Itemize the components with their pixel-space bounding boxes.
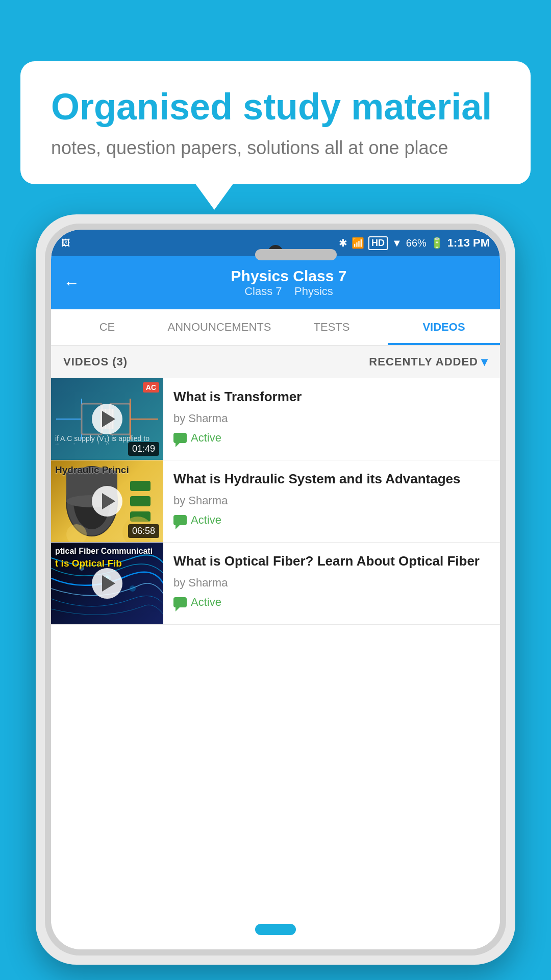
video-thumbnail-2: Hydraulic Princi 06:58 (51, 460, 163, 542)
video-title-2: What is Hydraulic System and its Advanta… (173, 470, 490, 488)
video-item-2[interactable]: Hydraulic Princi 06:58 What is Hydraulic… (51, 460, 500, 543)
svg-rect-17 (130, 496, 151, 506)
tab-announcements[interactable]: ANNOUNCEMENTS (163, 309, 276, 345)
play-triangle-3 (102, 575, 115, 592)
phone-inner: 🖼 ✱ 📶 HD ▼ 66% 🔋 1:13 PM (45, 224, 506, 955)
header-title: Physics Class 7 (90, 267, 488, 285)
home-button[interactable] (255, 924, 296, 935)
video-duration-2: 06:58 (128, 524, 159, 538)
signal-icon: 📶 (352, 237, 364, 249)
speech-bubble: Organised study material notes, question… (20, 61, 531, 184)
status-text-3: Active (191, 596, 221, 609)
hd-badge: HD (368, 236, 388, 250)
play-triangle-1 (102, 411, 115, 427)
status-left: 🖼 (61, 238, 72, 249)
header-subtitle: Class 7 Physics (90, 285, 488, 298)
video-duration-1: 01:49 (128, 442, 159, 456)
play-button-1[interactable] (92, 404, 122, 434)
status-right: ✱ 📶 HD ▼ 66% 🔋 1:13 PM (339, 236, 490, 250)
bluetooth-icon: ✱ (339, 237, 347, 249)
phone-screen: 🖼 ✱ 📶 HD ▼ 66% 🔋 1:13 PM (51, 230, 500, 949)
video-status-2: Active (173, 513, 490, 527)
video-title-3: What is Optical Fiber? Learn About Optic… (173, 552, 490, 570)
chat-icon-2 (173, 515, 187, 525)
status-text-2: Active (191, 513, 221, 527)
sort-dropdown[interactable]: RECENTLY ADDED ▾ (369, 355, 488, 369)
battery-percent: 66% (406, 237, 427, 249)
play-triangle-2 (102, 493, 115, 509)
chat-icon-1 (173, 433, 187, 443)
subject-label: Physics (294, 285, 333, 298)
wifi-icon: ▼ (392, 237, 402, 249)
video-author-1: by Sharma (173, 412, 490, 425)
phone-wrapper: 🖼 ✱ 📶 HD ▼ 66% 🔋 1:13 PM (36, 214, 515, 965)
header-text: Physics Class 7 Class 7 Physics (90, 267, 488, 298)
tab-ce[interactable]: CE (51, 309, 163, 345)
svg-point-23 (130, 585, 136, 592)
tabs-bar: CE ANNOUNCEMENTS TESTS VIDEOS (51, 309, 500, 346)
video-item-3[interactable]: ptical Fiber Communicati t is Optical Fi… (51, 543, 500, 625)
phone-outer: 🖼 ✱ 📶 HD ▼ 66% 🔋 1:13 PM (36, 214, 515, 965)
back-button[interactable]: ← (63, 274, 80, 292)
video-info-3: What is Optical Fiber? Learn About Optic… (163, 543, 500, 618)
hydraulic-thumb-text: Hydraulic Princi (55, 464, 129, 476)
video-author-3: by Sharma (173, 576, 490, 590)
chat-icon-3 (173, 597, 187, 607)
screen-content: 🖼 ✱ 📶 HD ▼ 66% 🔋 1:13 PM (51, 230, 500, 949)
battery-icon: 🔋 (431, 237, 443, 249)
app-header: ← Physics Class 7 Class 7 Physics (51, 256, 500, 309)
video-status-3: Active (173, 596, 490, 609)
tab-tests[interactable]: TESTS (276, 309, 388, 345)
tab-videos[interactable]: VIDEOS (388, 309, 500, 345)
video-item-1[interactable]: AC if A.C supply (V₁) is applied to the … (51, 378, 500, 460)
video-thumbnail-3: ptical Fiber Communicati t is Optical Fi… (51, 543, 163, 624)
image-icon: 🖼 (61, 238, 70, 249)
video-info-2: What is Hydraulic System and its Advanta… (163, 460, 500, 536)
sort-label-text: RECENTLY ADDED (369, 355, 478, 369)
bubble-title: Organised study material (51, 87, 500, 127)
play-button-3[interactable] (92, 568, 122, 599)
bubble-subtitle: notes, question papers, solutions all at… (51, 137, 500, 159)
svg-rect-16 (130, 481, 151, 491)
video-author-2: by Sharma (173, 494, 490, 507)
class-label: Class 7 (244, 285, 282, 298)
speaker (255, 249, 337, 260)
videos-count: VIDEOS (3) (63, 355, 128, 369)
video-thumbnail-1: AC if A.C supply (V₁) is applied to the … (51, 378, 163, 460)
video-title-1: What is Transformer (173, 387, 490, 406)
video-list: AC if A.C supply (V₁) is applied to the … (51, 378, 500, 949)
video-status-1: Active (173, 431, 490, 445)
videos-bar: VIDEOS (3) RECENTLY ADDED ▾ (51, 346, 500, 378)
status-text-1: Active (191, 431, 221, 445)
status-time: 1:13 PM (447, 236, 490, 250)
play-button-2[interactable] (92, 486, 122, 517)
chevron-down-icon: ▾ (481, 355, 488, 369)
video-info-1: What is Transformer by Sharma Active (163, 378, 500, 454)
